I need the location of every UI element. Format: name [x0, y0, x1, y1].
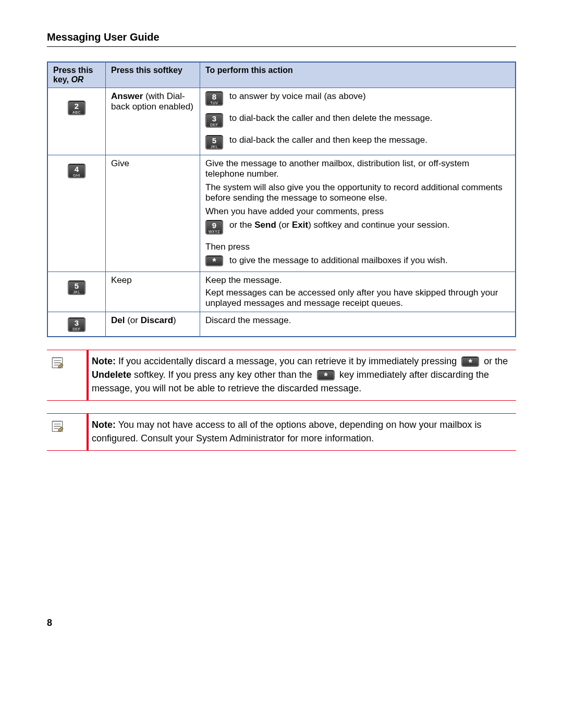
row-keep: 5 JKL Keep Keep the message. Kept messag…	[47, 272, 516, 312]
key-star-icon-b: *	[461, 356, 479, 367]
th-softkey: Press this softkey	[106, 62, 200, 88]
row-discard: 3 DEF Del (or Discard) Discard the messa…	[47, 312, 516, 337]
cell-act-give: Give the message to another mailbox, dis…	[200, 155, 516, 272]
key-4-icon: 4 GHI	[68, 164, 85, 178]
key-8-icon: 8 TUV	[205, 91, 223, 106]
row-give: 4 GHI Give Give the message to another m…	[47, 155, 516, 272]
key-5-icon-b: 5 JKL	[68, 280, 85, 295]
cell-soft-discard: Del (or Discard)	[106, 312, 200, 337]
key-2-icon: 2 ABC	[68, 101, 85, 115]
key-3-icon-b: 3 DEF	[68, 317, 85, 332]
cell-act-answer: 8 TUV to answer by voice mail (as above)…	[200, 88, 516, 155]
cell-key-4: 4 GHI	[47, 155, 106, 272]
key-star-icon: *	[205, 255, 223, 266]
key-star-icon-c: *	[317, 370, 335, 381]
cell-soft-answer: Answer (with Dial-back option enabled)	[106, 88, 200, 155]
cell-act-discard: Discard the message.	[200, 312, 516, 337]
cell-key-5: 5 JKL	[47, 272, 106, 312]
cell-key-3b: 3 DEF	[47, 312, 106, 337]
key-3-icon: 3 DEF	[205, 113, 223, 128]
notepad-icon	[51, 355, 64, 369]
th-key: Press this key, OR	[47, 62, 106, 88]
cell-soft-give: Give	[106, 155, 200, 272]
key-9-icon: 9 WXYZ	[205, 220, 223, 235]
note-body: Note: If you accidentally discard a mess…	[89, 350, 516, 400]
cell-soft-keep: Keep	[106, 272, 200, 312]
th-action: To perform this action	[200, 62, 516, 88]
note-icon	[47, 350, 68, 400]
note-undelete: Note: If you accidentally discard a mess…	[47, 350, 516, 401]
cell-key-2: 2 ABC	[47, 88, 106, 155]
title-rule	[47, 46, 516, 47]
cell-act-keep: Keep the message. Kept messages can be a…	[200, 272, 516, 312]
note-access: Note: You may not have access to all of …	[47, 413, 516, 451]
page-title: Messaging User Guide	[47, 31, 516, 43]
page: Messaging User Guide Press this key, OR …	[0, 0, 563, 649]
row-answer: 2 ABC Answer (with Dial-back option enab…	[47, 88, 516, 155]
note-icon-2	[47, 414, 68, 450]
page-number: 8	[47, 618, 516, 628]
note-body-2: Note: You may not have access to all of …	[89, 414, 516, 450]
key-5-icon: 5 JKL	[205, 135, 223, 150]
notepad-icon	[51, 419, 64, 433]
actions-table: Press this key, OR Press this softkey To…	[47, 61, 516, 337]
